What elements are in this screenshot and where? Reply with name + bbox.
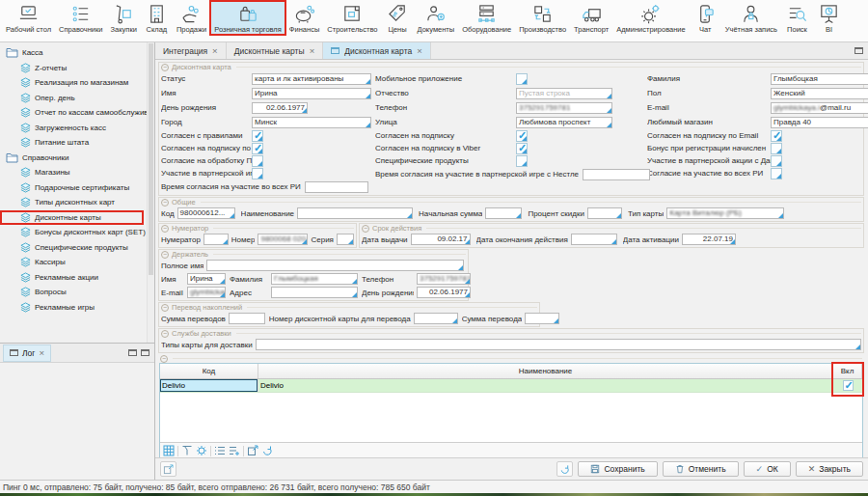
mobile-app-checkbox[interactable]: [516, 73, 528, 85]
toolbar-item-warehouse[interactable]: Склад: [141, 1, 173, 35]
tree-item-questions[interactable]: Вопросы: [0, 285, 147, 300]
tree-item-card-types[interactable]: Типы дисконтных карт: [0, 195, 147, 210]
close-button[interactable]: ✕ Закрыть: [796, 461, 863, 477]
column-header-name[interactable]: Наименование: [258, 364, 833, 378]
toolbar-item-finance[interactable]: Финансы: [285, 1, 324, 35]
filter-icon[interactable]: [181, 445, 193, 456]
collapse-icon[interactable]: −: [161, 251, 169, 259]
holder-birthday-field[interactable]: 02.06.1977: [417, 287, 471, 298]
toolbar-item-desktop[interactable]: Рабочий стол: [2, 1, 55, 35]
issue-date-field[interactable]: 09.02.17: [411, 234, 471, 245]
tree-item-staff-meals[interactable]: Питание штата: [0, 135, 147, 151]
table-empty-area[interactable]: [160, 393, 862, 442]
activation-date-field[interactable]: 22.07.19: [682, 234, 736, 245]
collapse-icon[interactable]: −: [161, 225, 169, 233]
email-subscribe-checkbox[interactable]: [771, 130, 782, 142]
close-icon[interactable]: ×: [212, 47, 218, 55]
collapse-icon[interactable]: −: [362, 225, 369, 233]
toolbar-item-construction[interactable]: Строительство: [323, 1, 381, 35]
tree-item-promo-games[interactable]: Рекламные игры: [0, 300, 147, 316]
sms-subscribe-checkbox[interactable]: [252, 143, 263, 154]
number-field[interactable]: 9800068 020-8: [258, 234, 308, 245]
grid-view-icon[interactable]: [163, 445, 175, 456]
toolbar-item-administration[interactable]: Администрирование: [612, 1, 690, 35]
toolbar-item-retail-trade[interactable]: Розничная торговля: [210, 1, 285, 35]
close-icon[interactable]: ×: [310, 47, 315, 55]
reload-icon[interactable]: [261, 445, 273, 456]
toolbar-item-search[interactable]: Поиск: [781, 1, 813, 35]
toolbar-item-transport[interactable]: Транспорт: [570, 1, 612, 35]
toolbar-item-chat[interactable]: Чат: [690, 1, 721, 35]
collapse-icon[interactable]: −: [161, 304, 169, 312]
transfer-card-number-field[interactable]: [414, 313, 458, 324]
sum-transfers-field[interactable]: [229, 313, 265, 324]
rules-checkbox[interactable]: [252, 130, 263, 142]
ok-button[interactable]: ✓ ОК: [744, 461, 791, 477]
toolbar-item-prices[interactable]: Цены: [382, 1, 414, 35]
birthday-field[interactable]: 02.06.1977: [252, 102, 308, 114]
initial-sum-field[interactable]: [485, 207, 522, 219]
tree-item-realization[interactable]: Реализация по магазинам: [0, 75, 147, 91]
enabled-checkbox[interactable]: [843, 380, 854, 391]
tree-item-card-bonuses[interactable]: Бонусы дисконтных карт (SET): [0, 225, 147, 240]
lastname-field[interactable]: Глымбоцкая: [771, 73, 868, 85]
holder-lastname-field[interactable]: Глымбоцкая: [271, 273, 358, 285]
holder-address-field[interactable]: [271, 287, 358, 298]
maximize-view-icon[interactable]: [854, 47, 863, 54]
toolbar-item-purchases[interactable]: Закупки: [107, 1, 141, 35]
gender-field[interactable]: Женский: [771, 88, 868, 99]
tree-item-cashiers[interactable]: Кассиры: [0, 255, 147, 270]
table-row[interactable]: Delivio Delivio: [160, 379, 862, 393]
holder-fullname-field[interactable]: [206, 260, 464, 271]
favorite-store-field[interactable]: Правда 40: [771, 117, 868, 128]
cancel-button[interactable]: Отменить: [663, 461, 739, 477]
registration-bonus-checkbox[interactable]: [771, 143, 782, 154]
open-external-button[interactable]: [160, 461, 176, 477]
settings-gear-icon[interactable]: [196, 445, 207, 456]
maximize-panel-icon[interactable]: [141, 349, 149, 356]
toolbar-item-bi[interactable]: BI: [813, 1, 845, 35]
tree-item-gift-certificates[interactable]: Подарочные сертификаты: [0, 180, 147, 196]
toolbar-item-account[interactable]: Учётная запись: [721, 1, 781, 35]
toolbar-item-production[interactable]: Производство: [515, 1, 570, 35]
cell-enabled[interactable]: [833, 379, 862, 392]
code-field[interactable]: 980000612...: [177, 207, 235, 219]
tab-integration[interactable]: Интеграция ×: [155, 42, 227, 59]
tree-item-cash-load[interactable]: Загруженность касс: [0, 121, 147, 136]
tree-item-selfservice-report[interactable]: Отчет по кассам самообслуживан: [0, 105, 147, 121]
expire-date-field[interactable]: [571, 234, 617, 245]
tab-discount-cards[interactable]: Дисконтные карты ×: [227, 42, 324, 59]
tree-folder-kassa[interactable]: Касса: [0, 45, 147, 61]
tab-discount-card[interactable]: Дисконтная карта ×: [323, 42, 431, 59]
street-field[interactable]: Любимова проспект: [516, 117, 612, 128]
tree-item-specific-products[interactable]: Специфические продукты: [0, 240, 147, 256]
toolbar-item-documents[interactable]: Документы: [414, 1, 459, 35]
sidebar-scrollbar-thumb[interactable]: [149, 43, 153, 275]
save-button[interactable]: Сохранить: [578, 461, 657, 477]
numerator-field[interactable]: [203, 234, 229, 245]
collapse-icon[interactable]: −: [161, 64, 169, 71]
card-type-field[interactable]: Карта Виталюр (РБ): [666, 207, 784, 219]
delivery-card-types-field[interactable]: [256, 339, 861, 350]
tree-item-stores[interactable]: Магазины: [0, 165, 147, 180]
all-ri-checkbox[interactable]: [771, 168, 782, 179]
tree-item-z-reports[interactable]: Z-отчеты: [0, 61, 147, 76]
specific-products-checkbox[interactable]: [516, 155, 528, 167]
sum-transfer-field[interactable]: [525, 313, 559, 324]
danone-action-checkbox[interactable]: [771, 155, 782, 167]
tree-item-oper-day[interactable]: Опер. день: [0, 91, 147, 106]
collapse-icon[interactable]: −: [160, 355, 168, 363]
discount-percent-field[interactable]: [587, 207, 622, 219]
nestle-time-field[interactable]: [583, 169, 650, 180]
firstname-field[interactable]: Ирина: [252, 88, 371, 99]
series-field[interactable]: [337, 234, 354, 245]
nestle-game-checkbox[interactable]: [252, 168, 263, 179]
city-field[interactable]: Минск: [252, 117, 371, 128]
tab-log[interactable]: Лог ×: [3, 344, 51, 362]
close-icon[interactable]: ×: [39, 349, 44, 357]
personal-data-checkbox[interactable]: [252, 155, 263, 167]
collapse-icon[interactable]: −: [161, 330, 169, 338]
holder-firstname-field[interactable]: Ирина: [187, 273, 226, 285]
phone-field[interactable]: 375291759781: [516, 102, 612, 114]
subscribe-checkbox[interactable]: [516, 130, 528, 142]
